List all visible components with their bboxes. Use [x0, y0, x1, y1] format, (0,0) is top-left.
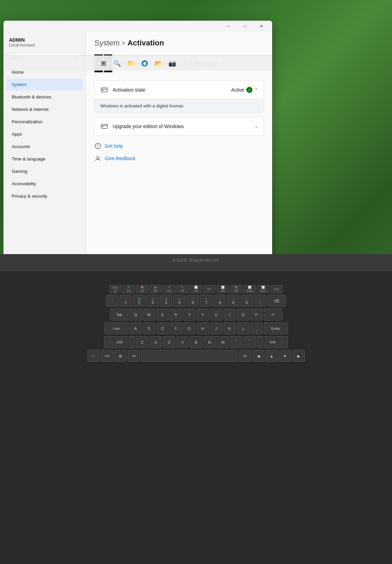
- sidebar-item-accessibility[interactable]: Accessibility: [6, 178, 83, 190]
- key-o[interactable]: O: [237, 309, 249, 321]
- sidebar-item-accounts[interactable]: Accounts: [6, 140, 83, 153]
- key-9[interactable]: (9: [227, 295, 239, 307]
- key-5[interactable]: %5: [173, 295, 186, 307]
- key-b[interactable]: B: [190, 336, 202, 348]
- upgrade-row[interactable]: Upgrade your edition of Windows ⌄: [95, 117, 264, 135]
- key-j[interactable]: J: [210, 322, 223, 335]
- taskbar-folder-icon[interactable]: 📂: [152, 57, 165, 70]
- give-feedback-link[interactable]: Give feedback: [94, 154, 264, 163]
- key-ctrl-left[interactable]: Ctrl: [101, 350, 113, 362]
- key-arrow-right[interactable]: ▶: [292, 350, 305, 362]
- key-f4[interactable]: ☀F4: [163, 285, 175, 293]
- key-arrow-down[interactable]: ▼: [279, 350, 291, 362]
- breadcrumb-parent[interactable]: System: [94, 39, 120, 48]
- taskbar-search-icon[interactable]: 🔍: [111, 57, 123, 70]
- key-m[interactable]: M: [217, 336, 229, 348]
- key-s[interactable]: S: [143, 322, 155, 335]
- key-enter-top[interactable]: ↵: [264, 309, 282, 321]
- key-z[interactable]: Z: [136, 336, 148, 348]
- key-k[interactable]: K: [224, 322, 236, 335]
- sidebar-item-privacy[interactable]: Privacy & security: [6, 190, 83, 202]
- key-minus[interactable]: _-: [254, 295, 266, 307]
- key-7[interactable]: &7: [200, 295, 213, 307]
- key-4[interactable]: $4: [160, 295, 172, 307]
- close-button[interactable]: ✕: [254, 21, 269, 32]
- key-3[interactable]: #3: [146, 295, 159, 307]
- key-alt-right[interactable]: Alt: [239, 350, 251, 362]
- key-backspace[interactable]: ⌫: [267, 295, 286, 307]
- key-space[interactable]: [141, 350, 238, 362]
- key-i[interactable]: I: [224, 309, 236, 321]
- taskbar-start-button[interactable]: ⊞: [97, 57, 110, 70]
- key-8[interactable]: *8: [214, 295, 226, 307]
- window-controls: ─ □ ✕: [220, 21, 269, 32]
- key-caps[interactable]: Caps: [104, 322, 128, 335]
- key-esc[interactable]: Esc⊞: [109, 285, 122, 293]
- key-shift-left[interactable]: Shift: [104, 336, 135, 348]
- sidebar-item-time[interactable]: Time & language: [6, 153, 83, 165]
- key-comma[interactable]: <,: [230, 336, 243, 348]
- key-y[interactable]: Y: [197, 309, 209, 321]
- key-f10[interactable]: ⬜F10: [244, 285, 256, 293]
- key-shift-right[interactable]: Shift: [257, 336, 288, 348]
- key-g[interactable]: G: [183, 322, 196, 335]
- sidebar-item-bluetooth[interactable]: Bluetooth & devices: [6, 91, 83, 103]
- key-f11[interactable]: ⬜F11: [257, 285, 269, 293]
- taskbar-edge-icon[interactable]: [138, 57, 151, 70]
- key-semicolon[interactable]: :;: [250, 322, 263, 335]
- key-tab[interactable]: Tab: [110, 309, 128, 321]
- key-w[interactable]: W: [143, 309, 155, 321]
- key-f1[interactable]: ☀-F1: [123, 285, 135, 293]
- key-n[interactable]: N: [203, 336, 216, 348]
- upgrade-chevron[interactable]: ⌄: [255, 124, 258, 129]
- sidebar-item-network[interactable]: Network & internet: [6, 103, 83, 115]
- user-account-type: Local Account: [9, 43, 80, 48]
- key-u[interactable]: U: [210, 309, 223, 321]
- key-f8[interactable]: ⬜F8: [217, 285, 229, 293]
- minimize-button[interactable]: ─: [220, 21, 236, 32]
- key-backtick[interactable]: ~`: [106, 295, 118, 307]
- key-f[interactable]: F: [170, 322, 182, 335]
- key-arrow-left[interactable]: ◀: [252, 350, 265, 362]
- key-r[interactable]: R: [170, 309, 182, 321]
- sidebar-item-gaming[interactable]: Gaming: [6, 165, 83, 177]
- key-x[interactable]: X: [149, 336, 162, 348]
- key-1[interactable]: !1: [120, 295, 132, 307]
- key-arrow-up[interactable]: ▲: [266, 350, 278, 362]
- key-f9[interactable]: 📷F9: [230, 285, 243, 293]
- key-c[interactable]: C: [163, 336, 175, 348]
- key-e[interactable]: E: [156, 309, 169, 321]
- key-period[interactable]: >.: [244, 336, 256, 348]
- key-a[interactable]: A: [130, 322, 142, 335]
- key-v[interactable]: V: [176, 336, 189, 348]
- key-6[interactable]: ^6: [187, 295, 199, 307]
- key-t[interactable]: T: [183, 309, 196, 321]
- key-p[interactable]: P: [250, 309, 263, 321]
- taskbar-camera-icon[interactable]: 📷: [166, 57, 178, 70]
- key-f6[interactable]: ⬜F6: [190, 285, 202, 293]
- key-2[interactable]: @2: [133, 295, 145, 307]
- key-alt-left[interactable]: Alt: [128, 350, 140, 362]
- activation-state-row[interactable]: Activation state Active ✓ ⌃: [95, 81, 264, 99]
- key-l[interactable]: L: [237, 322, 249, 335]
- key-0[interactable]: )0: [240, 295, 253, 307]
- key-h[interactable]: H: [197, 322, 209, 335]
- key-fn[interactable]: Fn: [87, 350, 100, 362]
- sidebar-item-system[interactable]: System: [6, 79, 83, 91]
- key-f5[interactable]: ☀+F5: [176, 285, 189, 293]
- key-f7[interactable]: F7: [203, 285, 216, 293]
- key-win[interactable]: ⊞: [114, 350, 127, 362]
- get-help-link[interactable]: ? Get help: [94, 141, 264, 151]
- key-f3[interactable]: 🔉F3: [149, 285, 162, 293]
- key-f12[interactable]: F12: [270, 285, 283, 293]
- taskbar-files-icon[interactable]: 📁: [125, 57, 137, 70]
- maximize-button[interactable]: □: [237, 21, 253, 32]
- key-enter[interactable]: Enter: [264, 322, 288, 335]
- key-q[interactable]: Q: [130, 309, 142, 321]
- key-d[interactable]: D: [156, 322, 169, 335]
- key-f2[interactable]: 🔇F2: [136, 285, 148, 293]
- sidebar-item-personalization[interactable]: Personalization: [6, 116, 83, 128]
- sidebar-item-apps[interactable]: Apps: [6, 128, 83, 140]
- upgrade-card[interactable]: Upgrade your edition of Windows ⌄: [94, 117, 264, 136]
- activation-chevron-up[interactable]: ⌃: [255, 87, 258, 92]
